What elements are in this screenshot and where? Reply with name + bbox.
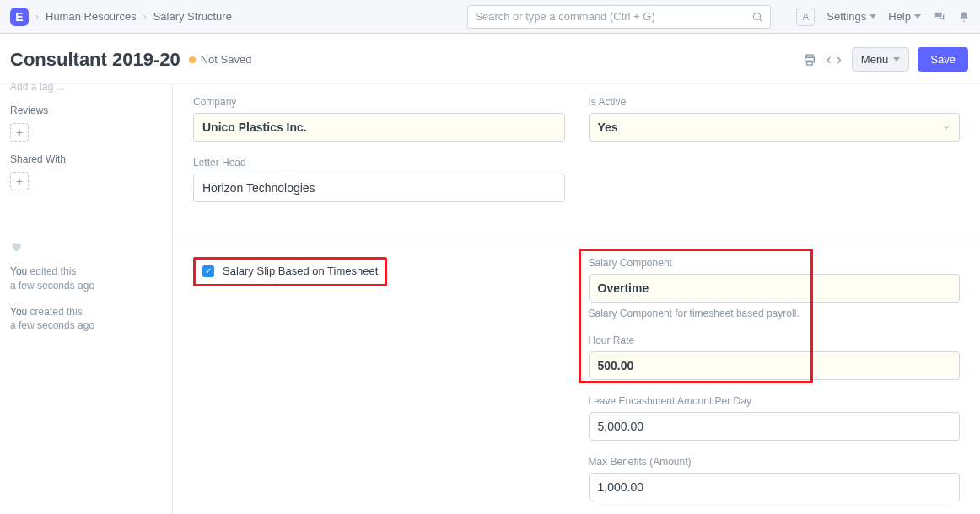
settings-menu[interactable]: Settings	[827, 10, 876, 23]
status-indicator-dot	[189, 56, 196, 63]
page-body: Add a tag ... Reviews + Shared With + Yo…	[0, 84, 980, 514]
breadcrumb-item[interactable]: Human Resources	[46, 10, 137, 23]
timeline-entry: You edited this a few seconds ago	[10, 265, 162, 293]
search-input[interactable]	[475, 10, 763, 23]
svg-line-1	[760, 19, 762, 21]
nav-right: A Settings Help	[796, 8, 970, 26]
max-benefits-label: Max Benefits (Amount)	[589, 456, 961, 468]
form-content: Company Letter Head Is Active	[173, 84, 980, 514]
hour-rate-field[interactable]	[589, 351, 961, 380]
salary-component-field[interactable]	[589, 274, 961, 303]
timeline-ago: a few seconds ago	[10, 319, 94, 331]
chevron-right-icon: ›	[143, 11, 147, 23]
svg-point-0	[754, 13, 761, 19]
save-button[interactable]: Save	[918, 47, 968, 72]
sidebar: Add a tag ... Reviews + Shared With + Yo…	[0, 84, 173, 514]
timesheet-checkbox-row[interactable]: ✓ Salary Slip Based on Timesheet	[202, 265, 378, 277]
next-button[interactable]: ›	[835, 49, 843, 70]
chat-icon[interactable]	[933, 10, 946, 24]
shared-with-section-label: Shared With	[10, 153, 162, 165]
caret-down-icon	[893, 57, 900, 62]
keyboard-hint-badge: A	[796, 8, 815, 26]
caret-down-icon	[914, 14, 921, 19]
chevron-right-icon: ›	[35, 11, 39, 23]
navbar: E › Human Resources › Salary Structure A…	[0, 0, 980, 34]
search-bar[interactable]	[467, 5, 771, 29]
settings-label: Settings	[827, 10, 866, 23]
help-menu[interactable]: Help	[888, 10, 921, 23]
timesheet-checkbox-label: Salary Slip Based on Timesheet	[223, 265, 378, 277]
page-header: Consultant 2019-20 Not Saved ‹ › Menu Sa…	[0, 34, 980, 84]
reviews-section-label: Reviews	[10, 104, 162, 116]
search-icon	[751, 11, 763, 23]
letterhead-field[interactable]	[193, 174, 565, 202]
add-share-button[interactable]: +	[10, 172, 29, 190]
is-active-label: Is Active	[589, 96, 961, 108]
leave-encashment-label: Leave Encashment Amount Per Day	[589, 395, 961, 407]
add-tag-hint[interactable]: Add a tag ...	[10, 81, 162, 93]
heart-icon[interactable]	[10, 241, 162, 253]
timeline-who: You	[10, 306, 27, 318]
help-label: Help	[888, 10, 911, 23]
leave-encashment-field[interactable]	[589, 412, 961, 441]
prev-next-nav: ‹ ›	[825, 49, 843, 70]
salary-component-help: Salary Component for timesheet based pay…	[589, 308, 961, 319]
form-section-basic: Company Letter Head Is Active	[173, 84, 980, 238]
caret-down-icon	[870, 14, 876, 19]
checkbox-checked-icon[interactable]: ✓	[202, 265, 214, 277]
is-active-select[interactable]	[589, 113, 961, 142]
letterhead-label: Letter Head	[193, 157, 565, 169]
bell-icon[interactable]	[958, 11, 970, 23]
prev-button[interactable]: ‹	[825, 49, 833, 70]
timeline-action: created this	[30, 306, 83, 318]
timeline-who: You	[10, 265, 27, 277]
print-icon[interactable]	[803, 53, 816, 67]
timeline-entry: You created this a few seconds ago	[10, 305, 162, 334]
timeline-ago: a few seconds ago	[10, 280, 94, 292]
page-title: Consultant 2019-20	[10, 49, 180, 71]
max-benefits-field[interactable]	[589, 473, 961, 501]
salary-component-label: Salary Component	[589, 257, 961, 269]
menu-label: Menu	[861, 53, 889, 66]
status-text: Not Saved	[201, 53, 252, 66]
breadcrumb-item[interactable]: Salary Structure	[153, 10, 232, 23]
company-field[interactable]	[193, 113, 565, 142]
app-logo[interactable]: E	[10, 8, 29, 26]
add-review-button[interactable]: +	[10, 123, 29, 142]
form-section-timesheet: ✓ Salary Slip Based on Timesheet Salary	[173, 238, 980, 514]
menu-button[interactable]: Menu	[852, 47, 910, 72]
highlight-box-left: ✓ Salary Slip Based on Timesheet	[193, 257, 387, 286]
page-actions: ‹ › Menu Save	[803, 47, 968, 72]
timeline-action: edited this	[30, 265, 77, 277]
hour-rate-label: Hour Rate	[589, 335, 961, 346]
company-label: Company	[193, 96, 565, 108]
